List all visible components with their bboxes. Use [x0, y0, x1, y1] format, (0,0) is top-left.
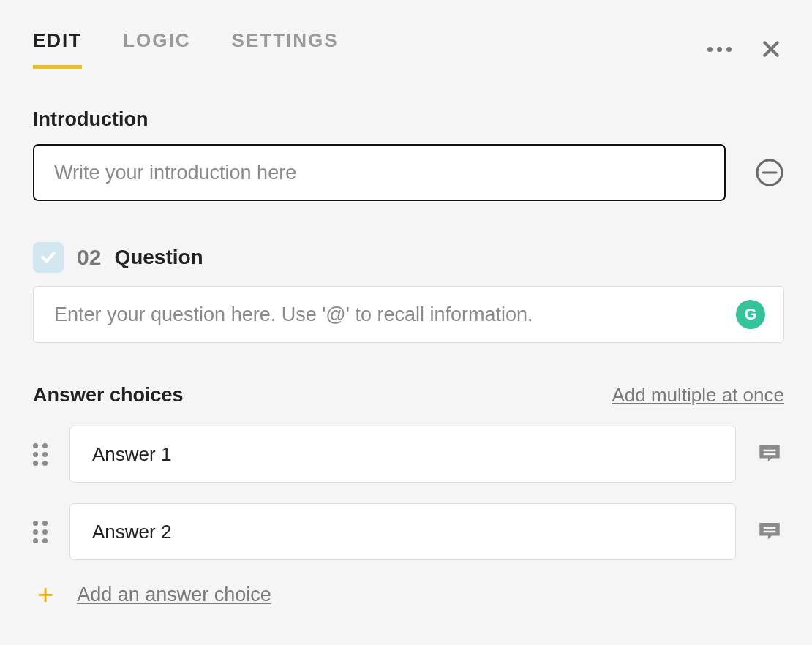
- tab-settings[interactable]: SETTINGS: [232, 29, 339, 69]
- close-icon: [760, 38, 782, 60]
- tab-logic[interactable]: LOGIC: [123, 29, 190, 69]
- answer-input[interactable]: [69, 426, 736, 483]
- add-multiple-link[interactable]: Add multiple at once: [612, 384, 784, 407]
- tab-edit[interactable]: EDIT: [33, 29, 82, 69]
- add-answer-link[interactable]: Add an answer choice: [77, 584, 271, 606]
- answer-comment-button[interactable]: [755, 440, 784, 469]
- answer-choices-heading: Answer choices: [33, 384, 184, 407]
- introduction-input[interactable]: [33, 144, 726, 201]
- answer-row: [33, 503, 784, 560]
- comment-icon: [755, 517, 784, 546]
- minus-circle-icon: [755, 158, 784, 187]
- answer-comment-button[interactable]: [755, 517, 784, 546]
- question-number: 02: [77, 245, 101, 270]
- more-button[interactable]: [704, 44, 734, 55]
- question-input[interactable]: [33, 286, 784, 343]
- grammarly-icon[interactable]: G: [736, 300, 765, 329]
- close-button[interactable]: [758, 36, 784, 62]
- answer-row: [33, 426, 784, 483]
- tabs: EDIT LOGIC SETTINGS: [33, 29, 339, 69]
- introduction-heading: Introduction: [33, 108, 784, 131]
- remove-introduction-button[interactable]: [755, 158, 784, 187]
- question-title: Question: [114, 246, 203, 269]
- question-type-badge: [33, 242, 64, 273]
- answer-input[interactable]: [69, 503, 736, 560]
- drag-handle-icon[interactable]: [33, 443, 50, 466]
- plus-icon: +: [37, 581, 53, 608]
- check-icon: [39, 248, 58, 267]
- drag-handle-icon[interactable]: [33, 521, 50, 543]
- comment-icon: [755, 440, 784, 469]
